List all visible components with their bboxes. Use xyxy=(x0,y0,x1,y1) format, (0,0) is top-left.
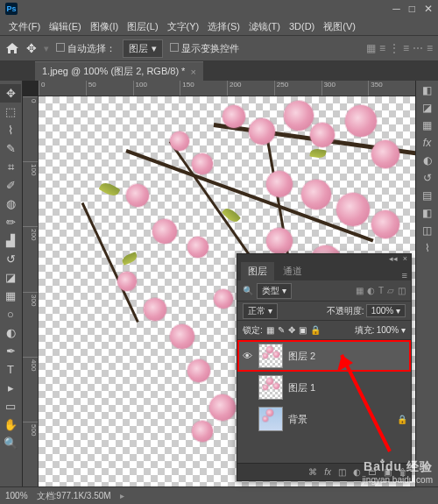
dodge-tool[interactable]: ◐ xyxy=(0,323,21,342)
document-tab-title: 1.jpeg @ 100% (图层 2, RGB/8) * xyxy=(42,65,185,78)
show-transform-checkbox[interactable]: 显示变换控件 xyxy=(170,42,239,55)
layer-fx-icon[interactable]: fx xyxy=(324,467,331,477)
lock-row: 锁定: ▦ ✎ ✥ ▣ 🔒 填充: 100% ▾ xyxy=(237,321,411,340)
align-icon[interactable]: ≡ xyxy=(379,42,385,54)
channels-panel-icon[interactable]: ◫ xyxy=(422,224,432,237)
layer-mask-icon[interactable]: ◫ xyxy=(338,467,346,477)
opacity-value[interactable]: 100% ▾ xyxy=(366,304,406,317)
adjustment-layer-icon[interactable]: ◐ xyxy=(353,467,361,477)
hand-tool[interactable]: ✋ xyxy=(0,415,21,434)
align-icon[interactable]: ▦ xyxy=(366,42,376,54)
menu-filter[interactable]: 滤镜(T) xyxy=(245,18,284,35)
marquee-tool[interactable]: ⬚ xyxy=(0,103,21,121)
link-layers-icon[interactable]: ⌘ xyxy=(308,467,317,477)
swatches-panel-icon[interactable]: ▦ xyxy=(422,119,432,131)
align-icon[interactable]: ≡ xyxy=(403,42,409,54)
history-brush-tool[interactable]: ↺ xyxy=(0,250,21,268)
eraser-tool[interactable]: ◪ xyxy=(0,268,21,287)
visibility-toggle[interactable]: 👁 xyxy=(241,351,253,361)
layer-thumbnail[interactable] xyxy=(258,407,283,431)
zoom-level[interactable]: 100% xyxy=(5,491,28,500)
panel-menu-icon[interactable]: ≡ xyxy=(402,270,407,280)
watermark-brand: Bai̐du 经验 xyxy=(362,459,433,475)
crop-tool[interactable]: ⌗ xyxy=(0,158,21,176)
document-tab[interactable]: 1.jpeg @ 100% (图层 2, RGB/8) * × xyxy=(35,61,203,81)
lock-transparency-icon[interactable]: ▦ xyxy=(266,325,274,335)
menu-image[interactable]: 图像(I) xyxy=(87,18,122,35)
layer-thumbnail[interactable] xyxy=(258,344,283,368)
zoom-tool[interactable]: 🔍 xyxy=(0,434,21,452)
brush-tool[interactable]: ✏ xyxy=(0,213,21,231)
layer-list: 👁 图层 2 图层 1 背景 🔒 xyxy=(237,340,411,463)
filter-smart-icon[interactable]: ◫ xyxy=(398,286,406,295)
maximize-button[interactable]: □ xyxy=(409,3,415,15)
tab-channels[interactable]: 通道 xyxy=(276,262,309,280)
blend-mode-dropdown[interactable]: 正常 ▾ xyxy=(243,303,278,319)
menu-3d[interactable]: 3D(D) xyxy=(286,19,318,33)
menu-edit[interactable]: 编辑(E) xyxy=(46,18,85,35)
options-bar: ✥ ▾ 自动选择： 图层▾ 显示变换控件 ▦ ≡ ⋮ ≡ ⋯ ≡ xyxy=(0,35,438,61)
path-select-tool[interactable]: ▸ xyxy=(0,379,21,397)
filter-type-icon[interactable]: T xyxy=(378,286,384,295)
lock-position-icon[interactable]: ✥ xyxy=(288,325,295,335)
fill-value[interactable]: 100% ▾ xyxy=(377,325,406,335)
panel-collapse-bar[interactable]: ◂◂× xyxy=(237,254,411,261)
color-panel-icon[interactable]: ◪ xyxy=(422,102,432,114)
shape-tool[interactable]: ▭ xyxy=(0,397,21,415)
align-icon[interactable]: ≡ xyxy=(427,42,433,54)
lasso-tool[interactable]: ⌇ xyxy=(0,121,21,139)
home-icon[interactable] xyxy=(5,42,19,54)
blur-tool[interactable]: ○ xyxy=(0,305,21,323)
paths-panel-icon[interactable]: ⌇ xyxy=(425,242,430,254)
search-icon[interactable]: 🔍 xyxy=(243,286,253,295)
pen-tool[interactable]: ✒ xyxy=(0,342,21,360)
status-bar: 100% 文档:977.1K/3.50M ▸ xyxy=(0,486,438,504)
layer-row[interactable]: 背景 🔒 xyxy=(237,403,411,435)
filter-shape-icon[interactable]: ▱ xyxy=(387,286,394,295)
ruler-horizontal: 050100150200250300350 xyxy=(39,81,415,96)
menu-select[interactable]: 选择(S) xyxy=(204,18,244,35)
layer-name[interactable]: 图层 2 xyxy=(288,350,315,363)
layers-panel-icon[interactable]: ◧ xyxy=(422,207,432,219)
layer-thumbnail[interactable] xyxy=(258,375,283,400)
lock-artboard-icon[interactable]: ▣ xyxy=(299,325,307,335)
right-dock: ◧ ◪ ▦ fx ◐ ↺ ▤ ◧ ◫ ⌇ xyxy=(415,81,438,486)
status-menu-icon[interactable]: ▸ xyxy=(120,491,124,500)
lock-all-icon[interactable]: 🔒 xyxy=(310,325,321,335)
align-icon[interactable]: ⋯ xyxy=(413,42,423,54)
panel-tabs: 图层 通道 ≡ xyxy=(237,261,411,280)
gradient-tool[interactable]: ▦ xyxy=(0,287,21,305)
fill-label: 填充: xyxy=(355,324,375,337)
menu-view[interactable]: 视图(V) xyxy=(320,18,359,35)
type-tool[interactable]: T xyxy=(0,360,21,379)
layer-row[interactable]: 👁 图层 2 xyxy=(237,340,411,372)
move-tool[interactable]: ✥ xyxy=(0,84,21,103)
menu-layer[interactable]: 图层(L) xyxy=(124,18,161,35)
menu-type[interactable]: 文字(Y) xyxy=(164,18,203,35)
move-tool-icon[interactable]: ✥ xyxy=(26,41,37,55)
align-icon[interactable]: ⋮ xyxy=(389,42,399,54)
auto-select-checkbox[interactable]: 自动选择： xyxy=(56,42,116,55)
quick-select-tool[interactable]: ✎ xyxy=(0,139,21,158)
adjustments-panel-icon[interactable]: ◐ xyxy=(423,154,432,167)
panel-icon[interactable]: ◧ xyxy=(422,84,432,96)
layer-name[interactable]: 图层 1 xyxy=(288,381,315,394)
healing-tool[interactable]: ◍ xyxy=(0,195,21,213)
filter-kind-dropdown[interactable]: 类型 ▾ xyxy=(257,283,292,299)
close-tab-icon[interactable]: × xyxy=(190,67,195,77)
eyedropper-tool[interactable]: ✐ xyxy=(0,176,21,195)
stamp-tool[interactable]: ▟ xyxy=(0,231,21,250)
layer-name[interactable]: 背景 xyxy=(288,413,307,426)
tab-layers[interactable]: 图层 xyxy=(241,262,274,280)
minimize-button[interactable]: ─ xyxy=(392,3,400,15)
styles-panel-icon[interactable]: fx xyxy=(423,137,431,149)
history-panel-icon[interactable]: ↺ xyxy=(423,172,432,184)
auto-select-target-dropdown[interactable]: 图层▾ xyxy=(123,39,163,58)
close-button[interactable]: ✕ xyxy=(424,3,433,15)
menu-file[interactable]: 文件(F) xyxy=(5,18,44,35)
lock-image-icon[interactable]: ✎ xyxy=(278,325,285,335)
filter-pixel-icon[interactable]: ▦ xyxy=(356,286,364,295)
filter-adjust-icon[interactable]: ◐ xyxy=(367,286,375,295)
properties-panel-icon[interactable]: ▤ xyxy=(422,189,432,202)
layer-row[interactable]: 图层 1 xyxy=(237,372,411,403)
